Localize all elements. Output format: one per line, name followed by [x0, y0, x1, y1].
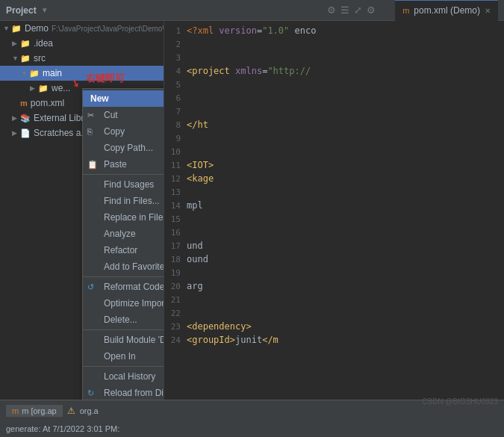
code-line-19: 19 [164, 266, 504, 279]
menu-item-cut[interactable]: ✂ Cut Ctrl+X [83, 107, 164, 123]
menu-item-analyze[interactable]: Analyze ▶ [83, 226, 164, 242]
menu-label-build: Build Module 'Demo' [104, 335, 164, 345]
menu-label-new: New [90, 93, 109, 104]
menu-item-copy[interactable]: ⎘ Copy Ctrl+C [83, 123, 164, 140]
generate-text: generate: At 7/1/2022 3:01 PM: [6, 424, 119, 433]
run-tab[interactable]: m m [org.ap [6, 405, 63, 417]
menu-label-cut: Cut [104, 110, 164, 120]
annotation-text: 右键即可 [86, 72, 125, 85]
menu-label-optimize: Optimize Imports [104, 298, 164, 309]
menu-label-delete: Delete... [104, 314, 164, 325]
menu-item-favorites[interactable]: Add to Favorites ▶ [83, 258, 164, 275]
warning-label: org.a [80, 406, 99, 415]
code-line-2: 2 [164, 37, 504, 51]
settings-icon[interactable]: ⚙ [327, 4, 336, 16]
menu-label-copy: Copy [104, 126, 164, 137]
separator-3 [83, 329, 164, 330]
code-line-17: 17 und [164, 239, 504, 252]
code-line-11: 11 <IOT> [164, 158, 504, 172]
menu-item-find-usages[interactable]: Find Usages Alt+F7 [83, 176, 164, 193]
menu-label-analyze: Analyze [104, 229, 164, 239]
menu-item-build[interactable]: Build Module 'Demo' [83, 332, 164, 348]
menu-item-reformat[interactable]: ↺ Reformat Code Ctrl+Alt+L [83, 279, 164, 295]
menu-label-copy-path: Copy Path... [104, 143, 164, 153]
code-line-23: 23 <dependency> [164, 320, 504, 333]
tab-close-icon[interactable]: ✕ [485, 7, 491, 15]
code-line-5: 5 [164, 78, 504, 91]
code-line-8: 8 </ht [164, 118, 504, 131]
reformat-icon: ↺ [87, 282, 94, 292]
code-line-7: 7 [164, 105, 504, 118]
menu-label-refactor: Refactor [104, 245, 164, 255]
code-line-9: 9 [164, 131, 504, 145]
code-line-4: 4 <project xmlns="http:// [164, 64, 504, 78]
code-line-14: 14 mpl [164, 199, 504, 212]
code-line-10: 10 [164, 145, 504, 158]
menu-label-find-files: Find in Files... [104, 196, 164, 206]
menu-item-delete[interactable]: Delete... Delete [83, 312, 164, 328]
menu-label-find-usages: Find Usages [104, 179, 164, 190]
cut-icon: ✂ [87, 111, 94, 120]
menu-item-replace[interactable]: Replace in Files... Ctrl+Shift+R [83, 209, 164, 226]
menu-item-reload[interactable]: ↻ Reload from Disk [83, 385, 164, 400]
code-line-22: 22 [164, 306, 504, 320]
menu-label-paste: Paste [104, 159, 164, 170]
code-line-3: 3 [164, 51, 504, 64]
menu-label-local-history: Local History [104, 371, 164, 382]
menu-item-copy-path[interactable]: Copy Path... [83, 140, 164, 156]
code-line-21: 21 [164, 293, 504, 306]
editor-tab-pom[interactable]: m pom.xml (Demo) ✕ [395, 0, 498, 21]
menu-label-reload: Reload from Disk [104, 388, 164, 398]
code-line-1: 1 <?xml version="1.0" enco [164, 24, 504, 37]
dropdown-icon[interactable]: ▼ [41, 6, 49, 14]
editor-area: 1 <?xml version="1.0" enco 2 3 4 <projec… [164, 21, 504, 400]
menu-item-local-history[interactable]: Local History ▶ [83, 368, 164, 385]
expand-icon[interactable]: ⤢ [354, 4, 362, 16]
tree-item-demo[interactable]: ▼ 📁 Demo F:\JavaProject\JavaProject\Demo… [0, 21, 164, 36]
app-container: Project ▼ ⚙ ☰ ⤢ ⚙ m pom.xml (Demo) ✕ ▼ 📁… [0, 0, 504, 437]
menu-label-favorites: Add to Favorites [104, 261, 164, 272]
code-line-16: 16 [164, 226, 504, 239]
run-tab-label: m [org.ap [22, 406, 56, 415]
menu-label-replace: Replace in Files... [104, 212, 164, 223]
separator-2 [83, 276, 164, 277]
separator-4 [83, 366, 164, 367]
list-icon[interactable]: ☰ [340, 4, 349, 16]
tab-label: pom.xml (Demo) [414, 5, 480, 16]
tree-item-idea[interactable]: ▶ 📁 .idea [0, 36, 164, 51]
separator-1 [83, 174, 164, 175]
gear-icon[interactable]: ⚙ [367, 4, 376, 16]
menu-item-optimize[interactable]: Optimize Imports Ctrl+Alt+O [83, 295, 164, 312]
menu-item-refactor[interactable]: Refactor ▶ [83, 242, 164, 258]
code-line-18: 18 ound [164, 252, 504, 266]
code-line-13: 13 [164, 185, 504, 199]
code-editor[interactable]: 1 <?xml version="1.0" enco 2 3 4 <projec… [164, 21, 504, 400]
menu-item-find-files[interactable]: Find in Files... Ctrl+Shift+F [83, 193, 164, 209]
copy-icon: ⎘ [87, 127, 93, 136]
context-menu: New ▶ ✂ Cut Ctrl+X ⎘ Copy Ctrl+C Copy Pa… [82, 88, 164, 400]
code-line-20: 20 arg [164, 279, 504, 293]
project-panel: ▼ 📁 Demo F:\JavaProject\JavaProject\Demo… [0, 21, 164, 400]
menu-label-reformat: Reformat Code [104, 282, 164, 292]
code-line-24: 24 <groupId>junit</m [164, 333, 504, 347]
menu-item-new[interactable]: New ▶ [83, 90, 164, 107]
code-line-15: 15 [164, 212, 504, 226]
project-panel-title: Project [6, 5, 37, 16]
menu-item-paste[interactable]: 📋 Paste Ctrl+V [83, 156, 164, 173]
warning-icon: ⚠ [67, 406, 75, 416]
code-line-6: 6 [164, 91, 504, 105]
watermark: CSDN @BIGSHU0923 [422, 397, 498, 406]
code-line-12: 12 <kage [164, 172, 504, 185]
menu-item-open-in[interactable]: Open In ▶ [83, 348, 164, 365]
menu-label-open-in: Open In [104, 351, 164, 362]
tree-item-src[interactable]: ▼ 📁 src [0, 51, 164, 66]
reload-icon: ↻ [87, 388, 94, 398]
paste-icon: 📋 [87, 160, 98, 170]
